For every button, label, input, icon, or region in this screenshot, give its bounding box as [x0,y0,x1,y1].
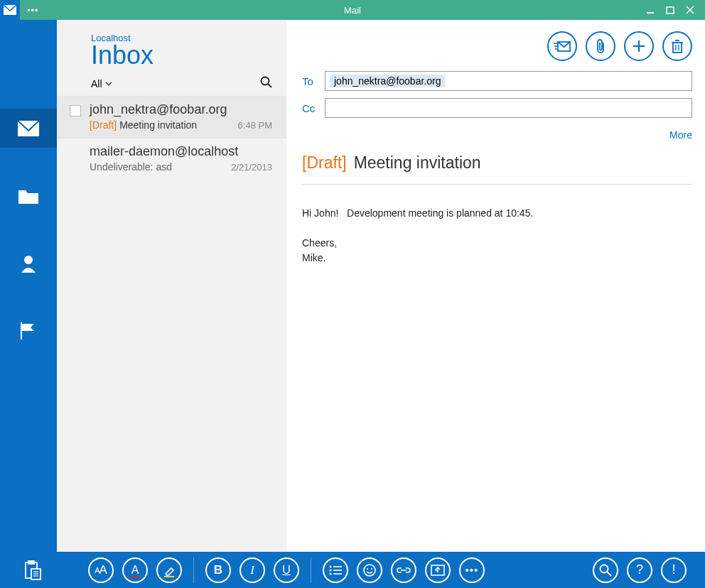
nav-flag[interactable] [0,311,57,350]
svg-point-31 [330,572,332,575]
svg-line-38 [607,572,611,576]
svg-point-29 [330,569,332,571]
help-button[interactable]: ? [627,557,652,583]
link-button[interactable] [391,557,416,583]
cc-row: Cc [302,98,692,118]
folder-name: Inbox [91,42,272,69]
search-icon [599,564,612,577]
message-list: john_nektra@foobar.org [Draft] Meeting i… [57,96,286,552]
svg-point-8 [262,77,269,85]
cc-field[interactable] [330,102,687,114]
app-icon [0,0,20,20]
message-time: 2/21/2013 [231,162,272,173]
nav-people[interactable] [0,244,57,283]
maximize-button[interactable] [665,5,675,15]
svg-point-27 [330,565,332,567]
search-icon [260,76,272,88]
list-header: Localhost Inbox All [57,20,286,96]
add-button[interactable] [624,31,654,61]
svg-rect-2 [667,7,674,13]
titlebar: ••• Mail [0,0,705,20]
svg-point-6 [24,256,33,264]
minimize-button[interactable] [645,5,655,15]
search-button[interactable] [260,76,272,92]
compose-pane: To john_nektra@foobar.org Cc More [Draft… [286,20,705,552]
font-size-button[interactable]: AA [88,557,114,583]
subject-text[interactable]: Meeting invitation [354,153,481,173]
send-button[interactable] [547,31,577,61]
image-icon [431,565,445,576]
subject-row: [Draft] Meeting invitation [302,153,692,185]
draft-label: [Draft] [302,153,347,173]
paste-button[interactable] [18,557,47,583]
nav-folders[interactable] [0,176,57,215]
svg-point-35 [371,568,372,570]
filter-dropdown[interactable]: All [91,78,112,89]
window-title: Mail [344,5,361,16]
nav-mail[interactable] [0,109,57,148]
svg-line-9 [268,84,271,87]
smile-icon [362,563,377,577]
list-icon [329,565,342,575]
underline-button[interactable]: U [274,557,299,583]
sidebar [0,20,57,552]
filter-label: All [91,78,102,89]
cc-label[interactable]: Cc [302,102,325,114]
trash-icon [671,39,684,53]
window-controls [645,5,705,15]
main: Localhost Inbox All john_nektra@foobar.o… [0,20,705,552]
paperclip-icon [595,38,606,54]
picture-button[interactable] [425,557,451,583]
message-list-pane: Localhost Inbox All john_nektra@foobar.o… [57,20,286,552]
clipboard-icon [24,560,41,580]
compose-actions [302,31,692,61]
find-button[interactable] [593,557,618,583]
font-color-button[interactable]: A [122,557,148,583]
more-link[interactable]: More [302,129,692,141]
message-checkbox[interactable] [70,105,81,116]
more-button[interactable]: ••• [459,557,485,583]
divider [311,557,311,583]
format-toolbar: AA A B I U ••• ? ! [0,552,705,588]
chevron-down-icon [105,82,112,86]
recipient-chip[interactable]: john_nektra@foobar.org [330,75,445,87]
message-time: 6:48 PM [238,120,272,131]
draft-label: [Draft] [90,119,117,131]
message-subject: Undeliverable: asd [90,161,225,173]
highlight-button[interactable] [156,557,182,583]
send-icon [554,40,571,53]
message-item[interactable]: mailer-daemon@localhost Undeliverable: a… [57,138,286,180]
bold-button[interactable]: B [205,557,231,583]
attach-button[interactable] [586,31,615,61]
message-body[interactable]: Hi John! Development meeting is planned … [302,206,692,266]
svg-point-34 [367,568,368,570]
to-input[interactable]: john_nektra@foobar.org [325,71,692,91]
message-item[interactable]: john_nektra@foobar.org [Draft] Meeting i… [57,96,286,138]
message-from: john_nektra@foobar.org [90,102,272,117]
app-menu-button[interactable]: ••• [27,5,39,16]
cc-input[interactable] [325,98,692,118]
message-from: mailer-daemon@localhost [90,144,272,159]
svg-rect-16 [673,43,682,53]
svg-point-33 [364,565,375,576]
svg-point-37 [601,565,608,572]
plus-icon [632,39,646,53]
marker-icon [163,565,175,576]
list-button[interactable] [323,557,348,583]
to-label[interactable]: To [302,75,325,87]
message-subject: Meeting invitation [119,119,232,131]
divider [193,557,194,583]
close-button[interactable] [685,5,695,15]
to-row: To john_nektra@foobar.org [302,71,692,91]
emoji-button[interactable] [357,557,382,583]
important-button[interactable]: ! [661,557,687,583]
delete-button[interactable] [662,31,692,61]
link-icon [396,566,411,575]
italic-button[interactable]: I [240,557,265,583]
